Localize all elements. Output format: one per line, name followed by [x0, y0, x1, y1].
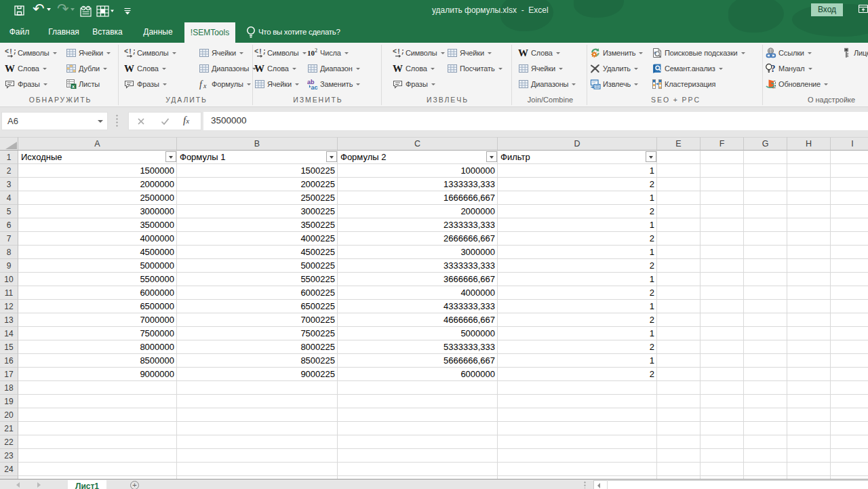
svg-text:W: W: [124, 63, 134, 74]
svg-text:<!;: <!;: [393, 48, 403, 56]
svg-text:10: 10: [307, 49, 315, 57]
svg-text:<!;: <!;: [124, 48, 135, 56]
svg-text:W: W: [5, 63, 15, 74]
svg-text:?: ?: [771, 63, 776, 73]
svg-text:ac: ac: [311, 83, 318, 90]
svg-text:<!;: <!;: [254, 48, 265, 56]
svg-text:2: 2: [315, 47, 317, 54]
svg-text:x: x: [203, 82, 207, 90]
svg-text:W: W: [393, 63, 403, 74]
svg-text:<!;: <!;: [5, 48, 16, 56]
svg-text:W: W: [254, 63, 264, 74]
svg-text:W: W: [518, 47, 528, 58]
